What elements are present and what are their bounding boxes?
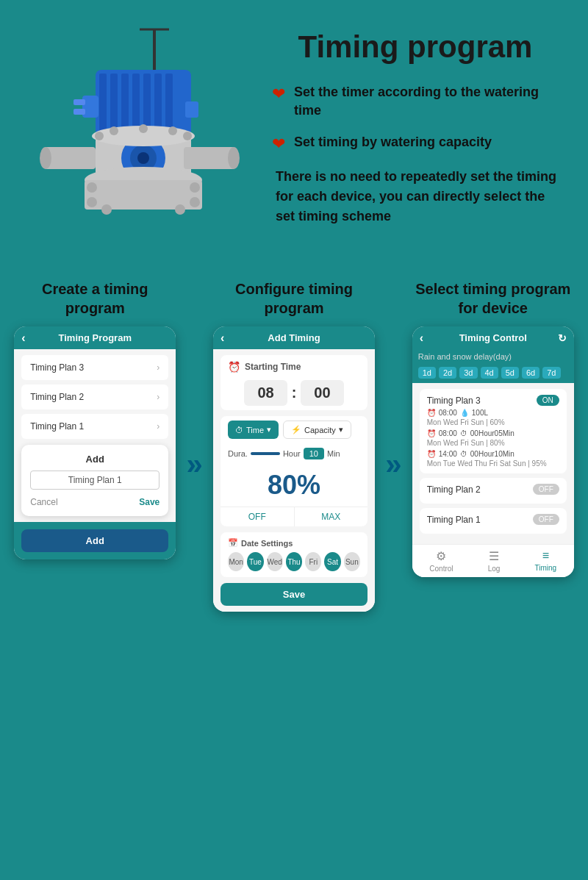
timer-icon-p3-2: ⏱ bbox=[460, 429, 467, 437]
day-tue[interactable]: Tue bbox=[247, 552, 263, 571]
footer-tab-log[interactable]: ☰ Log bbox=[488, 549, 501, 573]
minute-display[interactable]: 00 bbox=[301, 380, 343, 406]
row-selectors: ⏱ Time ▾ ⚡ Capacity ▾ bbox=[220, 416, 368, 443]
day-mon[interactable]: Mon bbox=[228, 552, 244, 571]
back-arrow-icon-3[interactable]: ‹ bbox=[420, 332, 423, 345]
svg-rect-7 bbox=[143, 74, 151, 132]
svg-point-23 bbox=[168, 126, 177, 135]
chevron-right-icon-2: › bbox=[157, 392, 159, 402]
plan-2-toggle[interactable]: OFF bbox=[533, 484, 559, 495]
svg-rect-13 bbox=[185, 101, 198, 118]
chevron-right-icon: › bbox=[157, 362, 159, 373]
days-row: Mon Tue Wed Thu Fri Sat Sun bbox=[228, 552, 360, 571]
dropdown-icon: ▾ bbox=[267, 425, 271, 434]
refresh-icon[interactable]: ↻ bbox=[558, 332, 567, 344]
plan-2-item: Timing Plan 2 OFF bbox=[420, 478, 567, 504]
feature-text-2: Set timing by watering capacity bbox=[294, 133, 492, 151]
phone3-footer: ⚙ Control ☰ Log ≡ Timing bbox=[412, 544, 574, 577]
off-max-row: OFF MAX bbox=[220, 507, 368, 526]
day-sat[interactable]: Sat bbox=[324, 552, 340, 571]
delay-4d[interactable]: 4d bbox=[481, 367, 498, 379]
control-icon: ⚙ bbox=[436, 549, 446, 563]
phone3-header-title: Timing Control bbox=[459, 332, 527, 343]
svg-rect-26 bbox=[85, 180, 202, 210]
svg-point-34 bbox=[40, 147, 51, 169]
phone2-body: ⏰ Starting Time 08 : 00 ⏱ bbox=[213, 349, 375, 612]
plan-2-header: Timing Plan 2 OFF bbox=[427, 484, 559, 495]
step-1: Create a timing program ‹ Timing Program… bbox=[11, 279, 179, 559]
delay-7d[interactable]: 7d bbox=[542, 367, 560, 379]
day-sun[interactable]: Sun bbox=[344, 552, 360, 571]
plan-2-name: Timing Plan 2 bbox=[427, 484, 481, 495]
delay-3d[interactable]: 3d bbox=[459, 367, 477, 379]
footer-tab-control[interactable]: ⚙ Control bbox=[429, 549, 453, 573]
svg-rect-8 bbox=[154, 74, 162, 132]
max-button[interactable]: MAX bbox=[295, 507, 368, 526]
add-dialog-input[interactable]: Timing Plan 1 bbox=[30, 471, 159, 490]
device-image-container bbox=[22, 22, 257, 250]
phone-2: ‹ Add Timing ⏰ Starting Time 08 : bbox=[213, 326, 375, 612]
phone3-header: ‹ Timing Control ↻ bbox=[412, 326, 574, 349]
log-icon: ☰ bbox=[489, 549, 499, 563]
svg-rect-6 bbox=[132, 74, 140, 132]
duration-value bbox=[251, 452, 280, 455]
footer-tab-timing[interactable]: ≡ Timing bbox=[535, 549, 557, 573]
timing-plan-2-label: Timing Plan 2 bbox=[30, 392, 84, 402]
feature-item-2: ❤ Set timing by watering capacity bbox=[272, 133, 566, 154]
add-footer-button[interactable]: Add bbox=[21, 529, 168, 552]
right-content: Timing program ❤ Set the timer according… bbox=[272, 22, 566, 226]
timing-icon: ≡ bbox=[542, 549, 549, 562]
svg-rect-33 bbox=[44, 147, 96, 169]
arrow-1: » bbox=[187, 448, 203, 481]
plan-1-name: Timing Plan 1 bbox=[427, 515, 481, 525]
delay-section: Rain and snow delay(day) 1d 2d 3d 4d 5d … bbox=[412, 349, 574, 383]
day-wed[interactable]: Wed bbox=[267, 552, 283, 571]
time-separator: : bbox=[292, 384, 297, 401]
delay-6d[interactable]: 6d bbox=[522, 367, 539, 379]
plan-3-toggle[interactable]: ON bbox=[537, 395, 559, 406]
step-2-title: Configure timing program bbox=[210, 279, 379, 318]
capacity-selector-btn[interactable]: ⚡ Capacity ▾ bbox=[283, 421, 351, 439]
back-arrow-icon-2[interactable]: ‹ bbox=[220, 332, 224, 345]
page-title: Timing program bbox=[272, 29, 559, 65]
plan-1-toggle[interactable]: OFF bbox=[533, 514, 559, 525]
svg-point-36 bbox=[228, 147, 240, 169]
day-thu[interactable]: Thu bbox=[286, 552, 302, 571]
cancel-button[interactable]: Cancel bbox=[30, 497, 57, 507]
capacity-icon: ⚡ bbox=[291, 425, 301, 434]
day-fri[interactable]: Fri bbox=[305, 552, 321, 571]
delay-5d[interactable]: 5d bbox=[501, 367, 519, 379]
time-selector-btn[interactable]: ⏱ Time ▾ bbox=[228, 421, 279, 439]
svg-rect-5 bbox=[121, 74, 129, 132]
svg-point-21 bbox=[110, 126, 118, 135]
off-button[interactable]: OFF bbox=[220, 507, 295, 526]
arrow-2: » bbox=[385, 448, 401, 481]
clock-icon-p3-2: ⏰ bbox=[427, 429, 436, 437]
delay-1d[interactable]: 1d bbox=[418, 367, 436, 379]
phone1-header: ‹ Timing Program bbox=[14, 326, 176, 349]
dropdown-icon-2: ▾ bbox=[339, 425, 343, 434]
add-dialog-buttons: Cancel Save bbox=[30, 497, 159, 507]
timing-plan-3-item[interactable]: Timing Plan 3 › bbox=[21, 355, 168, 380]
add-dialog-title: Add bbox=[30, 454, 159, 465]
duration-row: Dura. Hour 10 Min bbox=[220, 443, 368, 464]
timing-plan-1-item[interactable]: Timing Plan 1 › bbox=[21, 414, 168, 439]
delay-days-row: 1d 2d 3d 4d 5d 6d 7d bbox=[412, 364, 574, 383]
clock-icon-p3-3: ⏰ bbox=[427, 450, 436, 458]
phone2-header-title: Add Timing bbox=[268, 332, 320, 343]
hour-display[interactable]: 08 bbox=[244, 380, 287, 406]
starting-time-label: ⏰ Starting Time bbox=[220, 355, 368, 376]
plan-3-name: Timing Plan 3 bbox=[427, 396, 481, 406]
selector-section: ⏱ Time ▾ ⚡ Capacity ▾ Dura. bbox=[220, 416, 368, 526]
plan-3-entry-2: ⏰ 08:00 ⏱ 00Hour05Min bbox=[427, 429, 559, 437]
back-arrow-icon[interactable]: ‹ bbox=[21, 332, 25, 345]
clock-icon-p3-1: ⏰ bbox=[427, 409, 436, 417]
save-button[interactable]: Save bbox=[139, 497, 159, 507]
svg-point-22 bbox=[139, 124, 148, 133]
feature-item-1: ❤ Set the timer according to the waterin… bbox=[272, 83, 566, 120]
delay-2d[interactable]: 2d bbox=[439, 367, 456, 379]
timer-icon-p3-3: ⏱ bbox=[460, 450, 467, 458]
svg-point-29 bbox=[190, 182, 200, 193]
timing-plan-2-item[interactable]: Timing Plan 2 › bbox=[21, 384, 168, 409]
save-button-phone2[interactable]: Save bbox=[220, 583, 368, 606]
